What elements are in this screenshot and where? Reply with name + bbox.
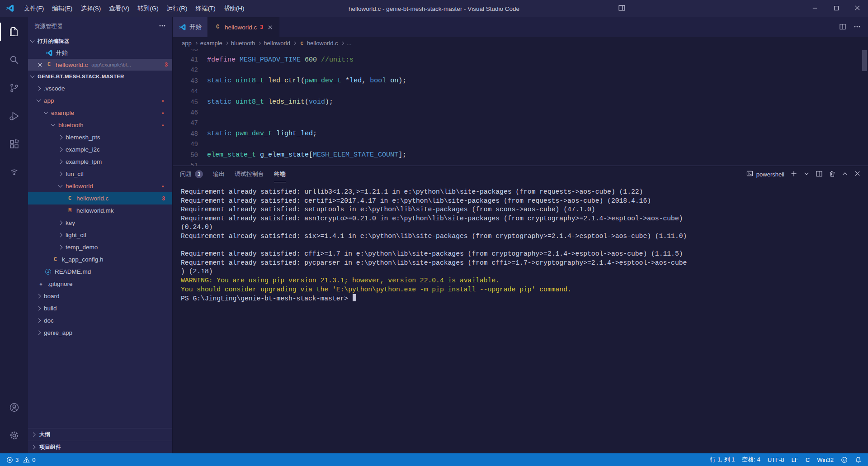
more-actions-icon[interactable]: [159, 22, 166, 31]
tree-item-helloworld-mk[interactable]: Mhelloworld.mk: [28, 204, 172, 217]
tree-item-label: temp_demo: [66, 244, 98, 251]
source-control-icon[interactable]: [0, 75, 28, 100]
breadcrumb-item-item[interactable]: ...: [346, 40, 353, 47]
open-editor-helloworld-c[interactable]: Chelloworld.capp\example\bl...3: [28, 59, 172, 71]
broadcast-icon[interactable]: [0, 159, 28, 185]
tree-item-gitignore[interactable]: ◆.gitignore: [28, 278, 172, 290]
open-editor-path: app\example\bl...: [91, 62, 131, 67]
editor-actions: [832, 17, 868, 37]
close-panel-icon[interactable]: [854, 170, 861, 178]
panel-tab-问题[interactable]: 问题3: [180, 166, 203, 182]
breadcrumb-item-example[interactable]: example: [199, 40, 223, 47]
menu-查看-v[interactable]: 查看(V): [105, 0, 133, 17]
breadcrumb-item-bluetooth[interactable]: bluetooth: [230, 40, 256, 47]
menu-转到-g[interactable]: 转到(G): [133, 0, 163, 17]
menu-终端-t[interactable]: 终端(T): [192, 0, 220, 17]
chevron-right-icon: [37, 331, 41, 335]
run-debug-icon[interactable]: [0, 103, 28, 128]
open-editor-开始[interactable]: 开始: [28, 47, 172, 59]
maximize-button[interactable]: [826, 0, 847, 17]
sidebar-section-项目组件[interactable]: 项目组件: [28, 441, 172, 453]
menu-编辑-e[interactable]: 编辑(E): [48, 0, 76, 17]
open-editors-section-header[interactable]: 打开的编辑器: [28, 35, 172, 47]
tree-item-vscode[interactable]: .vscode: [28, 82, 172, 95]
tree-item-helloworld-c[interactable]: Chelloworld.c3: [28, 192, 172, 204]
tree-item-build[interactable]: build: [28, 302, 172, 314]
breadcrumb-item-helloworld[interactable]: helloworld: [263, 40, 291, 47]
tree-item-blemesh-pts[interactable]: blemesh_pts: [28, 131, 172, 143]
terminal-shell-selector[interactable]: powershell: [746, 170, 784, 178]
search-icon[interactable]: [0, 47, 28, 72]
tree-item-genie-app[interactable]: genie_app: [28, 327, 172, 339]
close-icon[interactable]: [37, 62, 45, 68]
close-tab-icon[interactable]: [267, 24, 273, 30]
tree-item-doc[interactable]: doc: [28, 314, 172, 327]
status-bar-right: 行 1, 列 1空格: 4UTF-8LFCWin32: [706, 456, 865, 464]
tree-item-readme-md[interactable]: iREADME.md: [28, 266, 172, 278]
menu-帮助-h[interactable]: 帮助(H): [220, 0, 249, 17]
layout-toggle-button[interactable]: [613, 0, 631, 17]
more-actions-icon[interactable]: [854, 23, 861, 32]
tree-item-label: key: [66, 219, 75, 226]
status-item-utf-8[interactable]: UTF-8: [764, 456, 788, 463]
split-editor-icon[interactable]: [839, 23, 846, 32]
chevron-down-icon: [30, 73, 35, 78]
panel-tab-输出[interactable]: 输出: [213, 166, 225, 182]
kill-terminal-icon[interactable]: [829, 170, 836, 179]
terminal-output[interactable]: Requirement already satisfied: urllib3<1…: [173, 182, 868, 453]
main-area: 资源管理器 打开的编辑器 开始Chelloworld.capp\example\…: [0, 17, 868, 453]
tree-item-bluetooth[interactable]: bluetooth●: [28, 119, 172, 131]
new-terminal-icon[interactable]: [790, 170, 797, 179]
breadcrumb-item-app[interactable]: app: [181, 40, 193, 47]
feedback-button[interactable]: [837, 456, 851, 463]
tree-item-fun-ctl[interactable]: fun_ctl: [28, 168, 172, 180]
chevron-down-icon[interactable]: [803, 171, 810, 178]
menu-选择-s[interactable]: 选择(S): [76, 0, 105, 17]
breadcrumb-item-helloworld-c[interactable]: Chelloworld.c: [298, 39, 339, 47]
extensions-icon[interactable]: [0, 131, 28, 157]
menu-文件-f[interactable]: 文件(F): [20, 0, 48, 17]
tree-item-example[interactable]: example●: [28, 107, 172, 119]
minimize-button[interactable]: [804, 0, 826, 17]
terminal-line: Requirement already satisfied: asn1crypt…: [181, 214, 868, 223]
shell-name: powershell: [756, 171, 784, 178]
code-text: static uint8_t leds_init(void);: [198, 98, 333, 106]
tab-开始[interactable]: 开始: [173, 17, 208, 37]
tree-item-example-lpm[interactable]: example_lpm: [28, 156, 172, 168]
menu-运行-r[interactable]: 运行(R): [163, 0, 192, 17]
tree-item-light-ctl[interactable]: light_ctl: [28, 229, 172, 241]
notifications-button[interactable]: [851, 456, 865, 463]
sidebar-section-大纲[interactable]: 大纲: [28, 428, 172, 441]
explorer-icon[interactable]: [0, 19, 28, 44]
tree-item-board[interactable]: board: [28, 290, 172, 302]
tree-item-label: bluetooth: [58, 122, 84, 128]
sidebar-sections: 大纲项目组件: [28, 428, 172, 453]
tab-helloworld-c[interactable]: Chelloworld.c3: [208, 17, 279, 37]
panel-tab-终端[interactable]: 终端: [274, 166, 286, 182]
panel-tab-调试控制台[interactable]: 调试控制台: [235, 166, 264, 182]
settings-icon[interactable]: [0, 423, 28, 448]
status-item-行-1-列-1[interactable]: 行 1, 列 1: [706, 456, 738, 464]
tree-item-example-i2c[interactable]: example_i2c: [28, 143, 172, 156]
line-number: 40: [173, 49, 198, 53]
account-icon[interactable]: [0, 395, 28, 420]
terminal-line: Requirement already satisfied: cffi>=1.7…: [181, 250, 868, 259]
status-item-lf[interactable]: LF: [788, 456, 802, 463]
tree-item-helloworld[interactable]: helloworld●: [28, 180, 172, 192]
editor-scrollbar[interactable]: [862, 50, 867, 71]
tree-item-k-app-config-h[interactable]: Ck_app_config.h: [28, 253, 172, 266]
status-item-空格-4[interactable]: 空格: 4: [738, 456, 764, 464]
close-window-button[interactable]: [847, 0, 868, 17]
tree-item-app[interactable]: app●: [28, 95, 172, 107]
status-item-c[interactable]: C: [802, 456, 813, 463]
maximize-panel-icon[interactable]: [842, 171, 848, 178]
code-editor[interactable]: 4041#define MESH_PBADV_TIME 600 //unit:s…: [173, 49, 868, 166]
status-item-win32[interactable]: Win32: [813, 456, 837, 463]
tree-item-key[interactable]: key: [28, 217, 172, 229]
tree-item-temp-demo[interactable]: temp_demo: [28, 241, 172, 253]
workspace-root-header[interactable]: GENIE-BT-MESH-STACK-MASTER: [28, 71, 172, 82]
tree-item-label: fun_ctl: [66, 171, 84, 177]
split-terminal-icon[interactable]: [816, 170, 823, 179]
problems-status[interactable]: 3 0: [3, 453, 39, 466]
activity-bar-top: [0, 19, 28, 187]
